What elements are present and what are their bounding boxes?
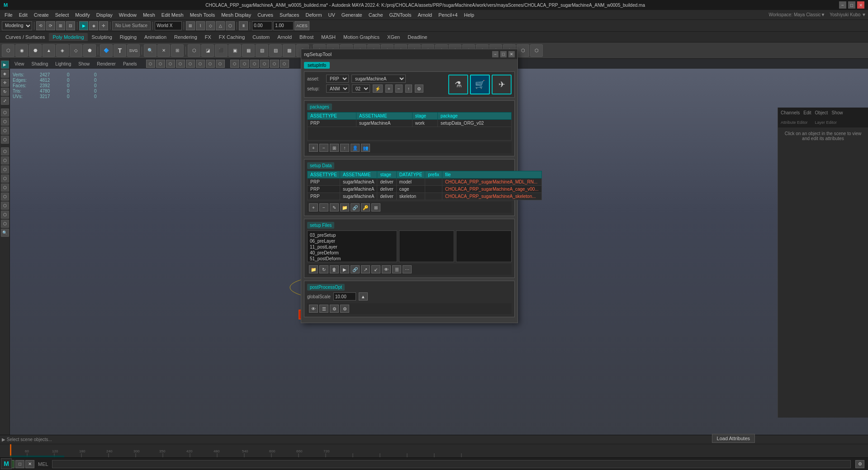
mel-settings-btn[interactable]: ⚙ bbox=[855, 460, 864, 468]
shelf-icon-1[interactable]: ⬡ bbox=[2, 44, 14, 57]
vp-icon-8[interactable]: ⬡ bbox=[216, 60, 225, 68]
left-tool-12[interactable]: ⬡ bbox=[1, 174, 9, 183]
shelf-tab-rigging[interactable]: Rigging bbox=[116, 33, 140, 41]
setup-btn-4[interactable]: ↑ bbox=[405, 85, 412, 93]
shelf-icon-15[interactable]: ▣ bbox=[228, 44, 241, 57]
shelf-icon-17[interactable]: ▧ bbox=[256, 44, 268, 57]
sf-more-btn[interactable]: ⋯ bbox=[403, 265, 412, 273]
left-tool-rotate[interactable]: ↻ bbox=[1, 88, 9, 96]
left-tool-16[interactable]: ⬡ bbox=[1, 211, 9, 219]
shelf-tab-poly-modeling[interactable]: Poly Modeling bbox=[49, 33, 87, 41]
pkg-people-btn[interactable]: 👤 bbox=[351, 144, 360, 152]
cb-menu-show[interactable]: Show bbox=[831, 110, 843, 115]
shelf-icon-19[interactable]: ▩ bbox=[283, 44, 295, 57]
vp-menu-lighting[interactable]: Lighting bbox=[53, 61, 73, 66]
translate-x[interactable] bbox=[252, 21, 272, 30]
sd-row-skeleton[interactable]: PRP sugarMachineA deliver skeleton CHOLA… bbox=[308, 193, 542, 200]
left-tool-10[interactable]: ⬡ bbox=[1, 156, 9, 164]
menu-mesh-display[interactable]: Mesh Display bbox=[218, 11, 254, 19]
shelf-icon-18[interactable]: ▨ bbox=[269, 44, 282, 57]
menu-select[interactable]: Select bbox=[52, 11, 72, 19]
tool-btn-1[interactable]: ⟲ bbox=[36, 21, 45, 30]
sd-link-btn[interactable]: 🔗 bbox=[351, 203, 360, 212]
left-tool-17[interactable]: ⬡ bbox=[1, 220, 9, 228]
pp-settings-btn[interactable]: ⚙ bbox=[340, 305, 349, 313]
packages-row-1[interactable]: PRP sugarMachineA work setupData_ORG_v02 bbox=[308, 120, 512, 127]
setup-btn-2[interactable]: + bbox=[385, 85, 393, 93]
shelf-icon-8[interactable]: 🔷 bbox=[100, 44, 113, 57]
cb-menu-channels[interactable]: Channels bbox=[781, 110, 800, 115]
shelf-tab-rendering[interactable]: Rendering bbox=[171, 33, 201, 41]
snap-grid-btn[interactable]: ⊞ bbox=[186, 21, 195, 30]
global-scale-up-btn[interactable]: ▲ bbox=[359, 292, 368, 301]
sf-list-btn[interactable]: ☰ bbox=[392, 265, 401, 273]
setup-num-select[interactable]: 02 01 bbox=[352, 85, 370, 93]
sf-trash-btn[interactable]: 🗑 bbox=[330, 265, 339, 273]
sd-folder-btn[interactable]: 📁 bbox=[340, 203, 349, 212]
vp-icon-14[interactable]: ⬡ bbox=[280, 60, 289, 68]
shelf-icon-7[interactable]: ⬟ bbox=[83, 44, 96, 57]
vp-icon-10[interactable]: ⬡ bbox=[240, 60, 249, 68]
shelf-tab-fx-caching[interactable]: FX Caching bbox=[215, 33, 248, 41]
sf-link-btn[interactable]: 🔗 bbox=[351, 265, 360, 273]
menu-edit-mesh[interactable]: Edit Mesh bbox=[159, 11, 186, 19]
left-tool-7[interactable]: ⬡ bbox=[1, 127, 9, 135]
timeline[interactable]: 60 120 180 240 300 350 420 480 540 600 6… bbox=[0, 444, 868, 457]
tool-btn-snap[interactable]: ⊟ bbox=[66, 21, 75, 30]
menu-modify[interactable]: Modify bbox=[72, 11, 92, 19]
shelf-icon-svg[interactable]: SVG bbox=[127, 44, 140, 57]
snap-view-btn[interactable]: ⬡ bbox=[226, 21, 235, 30]
shelf-icon-2[interactable]: ◉ bbox=[15, 44, 28, 57]
sd-key-btn[interactable]: 🔑 bbox=[361, 203, 370, 212]
menu-curves[interactable]: Curves bbox=[255, 11, 276, 19]
tool-select[interactable]: ▶ bbox=[79, 21, 88, 30]
mel-btn-3[interactable]: ✕ bbox=[25, 460, 34, 468]
asset-name-select[interactable]: sugarMachineA bbox=[351, 75, 406, 83]
shelf-tab-curves-surfaces[interactable]: Curves / Surfaces bbox=[2, 33, 48, 41]
left-tool-5[interactable]: ⬡ bbox=[1, 108, 9, 117]
snap-surface-btn[interactable]: △ bbox=[216, 21, 225, 30]
vp-icon-13[interactable]: ⬡ bbox=[270, 60, 279, 68]
vp-menu-view[interactable]: View bbox=[13, 61, 26, 66]
left-tool-move[interactable]: ✛ bbox=[1, 79, 9, 87]
files-panel-2[interactable] bbox=[399, 230, 455, 262]
sf-import-btn[interactable]: ↙ bbox=[371, 265, 380, 273]
file-item-6[interactable]: 60_preCtlSetup bbox=[309, 262, 395, 262]
setup-files-list[interactable]: 03_preSetup 06_preLayer 11_postLayer 40_… bbox=[307, 230, 397, 262]
left-tool-14[interactable]: ⬡ bbox=[1, 193, 9, 201]
modeling-dropdown[interactable]: Modeling bbox=[2, 21, 32, 30]
left-tool-11[interactable]: ⬡ bbox=[1, 165, 9, 174]
close-button[interactable]: ✕ bbox=[857, 1, 864, 9]
shelf-tab-fx[interactable]: FX bbox=[201, 33, 215, 41]
snap-point-btn[interactable]: ◇ bbox=[206, 21, 215, 30]
tool-lasso[interactable]: ◈ bbox=[89, 21, 98, 30]
sd-row-cage[interactable]: PRP sugarMachineA deliver cage CHOLACA_P… bbox=[308, 186, 542, 193]
pause-btn[interactable]: ⏸ bbox=[239, 21, 248, 30]
menu-help[interactable]: Help bbox=[461, 11, 477, 19]
menu-mesh-tools[interactable]: Mesh Tools bbox=[187, 11, 218, 19]
sd-remove-btn[interactable]: − bbox=[319, 203, 328, 212]
ng-minimize-btn[interactable]: − bbox=[492, 51, 498, 57]
ng-maximize-btn[interactable]: □ bbox=[500, 51, 507, 57]
file-item-1[interactable]: 03_preSetup bbox=[309, 232, 395, 238]
menu-edit[interactable]: Edit bbox=[16, 11, 30, 19]
pkg-add-btn[interactable]: + bbox=[309, 144, 318, 152]
sf-eye-btn[interactable]: 👁 bbox=[382, 265, 391, 273]
menu-pencil4[interactable]: Pencil+4 bbox=[436, 11, 460, 19]
setup-btn-1[interactable]: ⚡ bbox=[373, 85, 383, 93]
vp-menu-panels[interactable]: Panels bbox=[121, 61, 139, 66]
aces-btn[interactable]: ACES bbox=[294, 21, 309, 30]
shelf-icon-13[interactable]: ◪ bbox=[201, 44, 214, 57]
cart-btn[interactable]: 🛒 bbox=[470, 75, 490, 94]
minimize-button[interactable]: − bbox=[839, 1, 846, 9]
mel-btn-2[interactable]: □ bbox=[15, 460, 24, 468]
shelf-icon-12[interactable]: ⬡ bbox=[188, 44, 200, 57]
file-item-5[interactable]: 51_postDeform bbox=[309, 256, 395, 262]
shelf-icon-14[interactable]: ⬛ bbox=[215, 44, 228, 57]
left-tool-select[interactable]: ▶ bbox=[1, 61, 9, 69]
shelf-icon-T[interactable]: T bbox=[114, 44, 126, 57]
shelf-tab-xgen[interactable]: XGen bbox=[384, 33, 403, 41]
pkg-upload-btn[interactable]: ↑ bbox=[340, 144, 349, 152]
shelf-icon-4[interactable]: ▲ bbox=[43, 44, 55, 57]
sd-row-model[interactable]: PRP sugarMachineA deliver model CHOLACA_… bbox=[308, 179, 542, 186]
